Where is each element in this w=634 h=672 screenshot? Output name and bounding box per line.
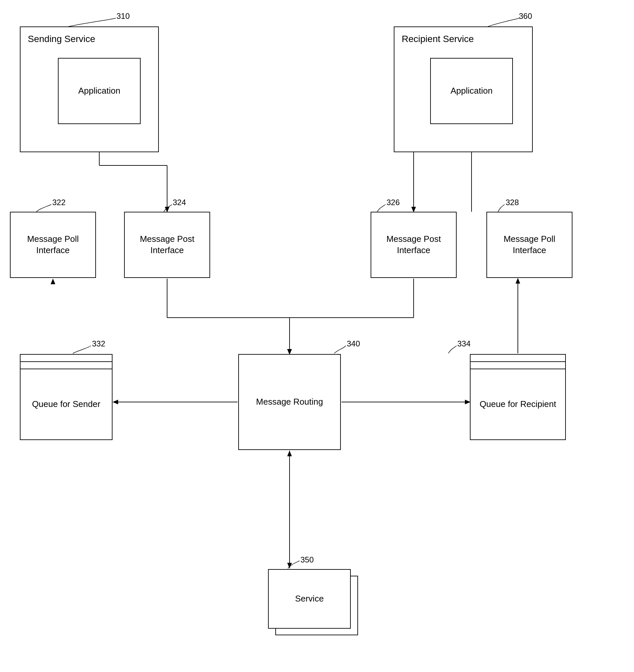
svg-marker-27 [287, 451, 292, 456]
sending-application-label: Application [78, 86, 120, 97]
message-poll-interface-right-label: Message Poll Interface [487, 234, 572, 256]
queue-recipient-box: Queue for Recipient [470, 354, 566, 440]
message-post-interface-left-box: Message Post Interface [124, 212, 210, 278]
ref-332: 332 [92, 339, 105, 349]
ref-310: 310 [116, 11, 130, 21]
service-box: Service [268, 569, 351, 629]
message-routing-box: Message Routing [238, 354, 341, 450]
svg-marker-18 [113, 400, 118, 404]
message-poll-interface-left-box: Message Poll Interface [10, 212, 96, 278]
queue-line-2 [21, 362, 112, 369]
ref-340: 340 [347, 339, 360, 349]
recipient-application-label: Application [450, 86, 492, 97]
ref-334: 334 [457, 339, 471, 349]
diagram-container: 310 360 312 372 322 324 326 328 332 334 … [0, 0, 634, 672]
sending-application-box: Application [58, 58, 141, 124]
svg-marker-22 [516, 278, 520, 284]
ref-322: 322 [52, 198, 66, 207]
queue-recipient-line-1 [471, 355, 565, 362]
svg-marker-24 [51, 279, 55, 284]
ref-326: 326 [386, 198, 400, 207]
message-post-interface-right-box: Message Post Interface [371, 212, 456, 278]
message-routing-label: Message Routing [256, 397, 323, 408]
queue-sender-label: Queue for Sender [21, 369, 112, 439]
ref-360: 360 [519, 11, 532, 21]
queue-recipient-label: Queue for Recipient [471, 369, 565, 439]
recipient-application-box: Application [430, 58, 513, 124]
message-poll-interface-left-label: Message Poll Interface [10, 234, 95, 256]
svg-marker-26 [287, 563, 292, 569]
service-label: Service [295, 593, 324, 604]
ref-324: 324 [173, 198, 186, 207]
queue-recipient-line-2 [471, 362, 565, 369]
message-poll-interface-right-box: Message Poll Interface [487, 212, 572, 278]
queue-line-1 [21, 355, 112, 362]
message-post-interface-left-label: Message Post Interface [125, 234, 209, 256]
ref-350: 350 [301, 555, 314, 565]
queue-sender-box: Queue for Sender [20, 354, 113, 440]
recipient-service-label: Recipient Service [402, 33, 474, 45]
message-post-interface-right-label: Message Post Interface [371, 234, 456, 256]
ref-328: 328 [506, 198, 519, 207]
sending-service-label: Sending Service [28, 33, 95, 45]
